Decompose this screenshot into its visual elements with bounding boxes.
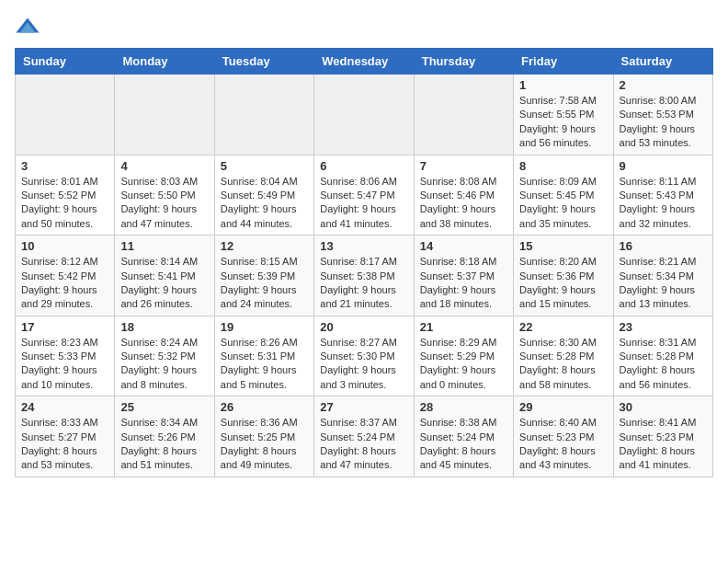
day-number: 16 bbox=[620, 239, 707, 253]
calendar-cell: 19Sunrise: 8:26 AMSunset: 5:31 PMDayligh… bbox=[214, 316, 313, 396]
day-number: 9 bbox=[620, 159, 707, 173]
day-number: 30 bbox=[620, 400, 707, 414]
calendar-cell: 10Sunrise: 8:12 AMSunset: 5:42 PMDayligh… bbox=[16, 236, 115, 316]
calendar-cell: 15Sunrise: 8:20 AMSunset: 5:36 PMDayligh… bbox=[514, 236, 613, 316]
calendar-cell: 21Sunrise: 8:29 AMSunset: 5:29 PMDayligh… bbox=[414, 316, 513, 396]
day-info: Sunrise: 7:58 AMSunset: 5:55 PMDaylight:… bbox=[519, 94, 607, 151]
day-number: 3 bbox=[21, 159, 108, 173]
day-info: Sunrise: 8:26 AMSunset: 5:31 PMDaylight:… bbox=[221, 336, 308, 393]
calendar-cell: 13Sunrise: 8:17 AMSunset: 5:38 PMDayligh… bbox=[314, 236, 414, 316]
day-number: 5 bbox=[221, 159, 308, 173]
logo-icon bbox=[15, 15, 40, 40]
calendar-cell: 27Sunrise: 8:37 AMSunset: 5:24 PMDayligh… bbox=[314, 396, 414, 477]
day-info: Sunrise: 8:20 AMSunset: 5:36 PMDaylight:… bbox=[519, 255, 607, 312]
day-info: Sunrise: 8:38 AMSunset: 5:24 PMDaylight:… bbox=[420, 416, 507, 473]
calendar-cell: 8Sunrise: 8:09 AMSunset: 5:45 PMDaylight… bbox=[514, 155, 613, 236]
day-number: 24 bbox=[21, 400, 108, 414]
calendar-cell: 17Sunrise: 8:23 AMSunset: 5:33 PMDayligh… bbox=[16, 316, 115, 396]
day-number: 4 bbox=[120, 159, 208, 173]
day-info: Sunrise: 8:08 AMSunset: 5:46 PMDaylight:… bbox=[420, 175, 507, 232]
day-info: Sunrise: 8:31 AMSunset: 5:28 PMDaylight:… bbox=[620, 336, 707, 393]
day-number: 28 bbox=[420, 400, 507, 414]
weekday-header: Thursday bbox=[414, 49, 513, 75]
calendar-table: SundayMondayTuesdayWednesdayThursdayFrid… bbox=[15, 48, 713, 477]
day-number: 7 bbox=[420, 159, 507, 173]
calendar-cell: 5Sunrise: 8:04 AMSunset: 5:49 PMDaylight… bbox=[214, 155, 313, 236]
day-number: 23 bbox=[620, 320, 707, 334]
day-info: Sunrise: 8:11 AMSunset: 5:43 PMDaylight:… bbox=[620, 175, 707, 232]
calendar-cell: 3Sunrise: 8:01 AMSunset: 5:52 PMDaylight… bbox=[16, 155, 115, 236]
day-number: 29 bbox=[519, 400, 607, 414]
calendar-cell: 23Sunrise: 8:31 AMSunset: 5:28 PMDayligh… bbox=[613, 316, 712, 396]
day-number: 27 bbox=[320, 400, 407, 414]
day-info: Sunrise: 8:36 AMSunset: 5:25 PMDaylight:… bbox=[221, 416, 308, 473]
calendar-week-row: 1Sunrise: 7:58 AMSunset: 5:55 PMDaylight… bbox=[16, 75, 713, 155]
day-number: 26 bbox=[221, 400, 308, 414]
calendar-cell: 18Sunrise: 8:24 AMSunset: 5:32 PMDayligh… bbox=[115, 316, 214, 396]
weekday-header: Tuesday bbox=[214, 49, 313, 75]
calendar-week-row: 17Sunrise: 8:23 AMSunset: 5:33 PMDayligh… bbox=[16, 316, 713, 396]
calendar-cell: 6Sunrise: 8:06 AMSunset: 5:47 PMDaylight… bbox=[314, 155, 414, 236]
calendar-cell: 2Sunrise: 8:00 AMSunset: 5:53 PMDaylight… bbox=[613, 75, 712, 155]
calendar-cell bbox=[115, 75, 214, 155]
calendar-cell bbox=[414, 75, 513, 155]
day-info: Sunrise: 8:34 AMSunset: 5:26 PMDaylight:… bbox=[120, 416, 208, 473]
day-info: Sunrise: 8:23 AMSunset: 5:33 PMDaylight:… bbox=[21, 336, 108, 393]
day-info: Sunrise: 8:03 AMSunset: 5:50 PMDaylight:… bbox=[120, 175, 208, 232]
day-info: Sunrise: 8:24 AMSunset: 5:32 PMDaylight:… bbox=[120, 336, 208, 393]
day-info: Sunrise: 8:30 AMSunset: 5:28 PMDaylight:… bbox=[519, 336, 607, 393]
weekday-header: Friday bbox=[514, 49, 613, 75]
page-header bbox=[15, 15, 713, 40]
day-number: 6 bbox=[320, 159, 407, 173]
day-info: Sunrise: 8:17 AMSunset: 5:38 PMDaylight:… bbox=[320, 255, 407, 312]
day-number: 25 bbox=[120, 400, 208, 414]
calendar-cell: 9Sunrise: 8:11 AMSunset: 5:43 PMDaylight… bbox=[613, 155, 712, 236]
day-info: Sunrise: 8:01 AMSunset: 5:52 PMDaylight:… bbox=[21, 175, 108, 232]
calendar-week-row: 10Sunrise: 8:12 AMSunset: 5:42 PMDayligh… bbox=[16, 236, 713, 316]
day-info: Sunrise: 8:21 AMSunset: 5:34 PMDaylight:… bbox=[620, 255, 707, 312]
calendar-cell: 12Sunrise: 8:15 AMSunset: 5:39 PMDayligh… bbox=[214, 236, 313, 316]
day-number: 15 bbox=[519, 239, 607, 253]
calendar-cell: 16Sunrise: 8:21 AMSunset: 5:34 PMDayligh… bbox=[613, 236, 712, 316]
day-info: Sunrise: 8:09 AMSunset: 5:45 PMDaylight:… bbox=[519, 175, 607, 232]
day-number: 1 bbox=[519, 78, 607, 92]
day-info: Sunrise: 8:04 AMSunset: 5:49 PMDaylight:… bbox=[221, 175, 308, 232]
calendar-cell: 30Sunrise: 8:41 AMSunset: 5:23 PMDayligh… bbox=[613, 396, 712, 477]
day-number: 14 bbox=[420, 239, 507, 253]
day-number: 21 bbox=[420, 320, 507, 334]
day-number: 18 bbox=[120, 320, 208, 334]
day-info: Sunrise: 8:06 AMSunset: 5:47 PMDaylight:… bbox=[320, 175, 407, 232]
day-number: 12 bbox=[221, 239, 308, 253]
calendar-cell: 25Sunrise: 8:34 AMSunset: 5:26 PMDayligh… bbox=[115, 396, 214, 477]
day-number: 20 bbox=[320, 320, 407, 334]
day-number: 19 bbox=[221, 320, 308, 334]
calendar-cell bbox=[16, 75, 115, 155]
day-info: Sunrise: 8:15 AMSunset: 5:39 PMDaylight:… bbox=[221, 255, 308, 312]
day-number: 10 bbox=[21, 239, 108, 253]
day-info: Sunrise: 8:33 AMSunset: 5:27 PMDaylight:… bbox=[21, 416, 108, 473]
calendar-cell: 7Sunrise: 8:08 AMSunset: 5:46 PMDaylight… bbox=[414, 155, 513, 236]
weekday-header: Sunday bbox=[16, 49, 115, 75]
calendar-cell: 26Sunrise: 8:36 AMSunset: 5:25 PMDayligh… bbox=[214, 396, 313, 477]
day-info: Sunrise: 8:14 AMSunset: 5:41 PMDaylight:… bbox=[120, 255, 208, 312]
day-number: 11 bbox=[120, 239, 208, 253]
weekday-header: Wednesday bbox=[314, 49, 414, 75]
logo bbox=[15, 15, 44, 40]
calendar-cell: 11Sunrise: 8:14 AMSunset: 5:41 PMDayligh… bbox=[115, 236, 214, 316]
day-info: Sunrise: 8:37 AMSunset: 5:24 PMDaylight:… bbox=[320, 416, 407, 473]
day-info: Sunrise: 8:29 AMSunset: 5:29 PMDaylight:… bbox=[420, 336, 507, 393]
calendar-cell: 22Sunrise: 8:30 AMSunset: 5:28 PMDayligh… bbox=[514, 316, 613, 396]
calendar-cell: 24Sunrise: 8:33 AMSunset: 5:27 PMDayligh… bbox=[16, 396, 115, 477]
weekday-row: SundayMondayTuesdayWednesdayThursdayFrid… bbox=[16, 49, 713, 75]
calendar-cell: 4Sunrise: 8:03 AMSunset: 5:50 PMDaylight… bbox=[115, 155, 214, 236]
weekday-header: Saturday bbox=[613, 49, 712, 75]
calendar-cell bbox=[214, 75, 313, 155]
calendar-week-row: 24Sunrise: 8:33 AMSunset: 5:27 PMDayligh… bbox=[16, 396, 713, 477]
weekday-header: Monday bbox=[115, 49, 214, 75]
day-info: Sunrise: 8:00 AMSunset: 5:53 PMDaylight:… bbox=[620, 94, 707, 151]
day-info: Sunrise: 8:12 AMSunset: 5:42 PMDaylight:… bbox=[21, 255, 108, 312]
day-number: 17 bbox=[21, 320, 108, 334]
day-info: Sunrise: 8:41 AMSunset: 5:23 PMDaylight:… bbox=[620, 416, 707, 473]
calendar-cell bbox=[314, 75, 414, 155]
day-number: 8 bbox=[519, 159, 607, 173]
